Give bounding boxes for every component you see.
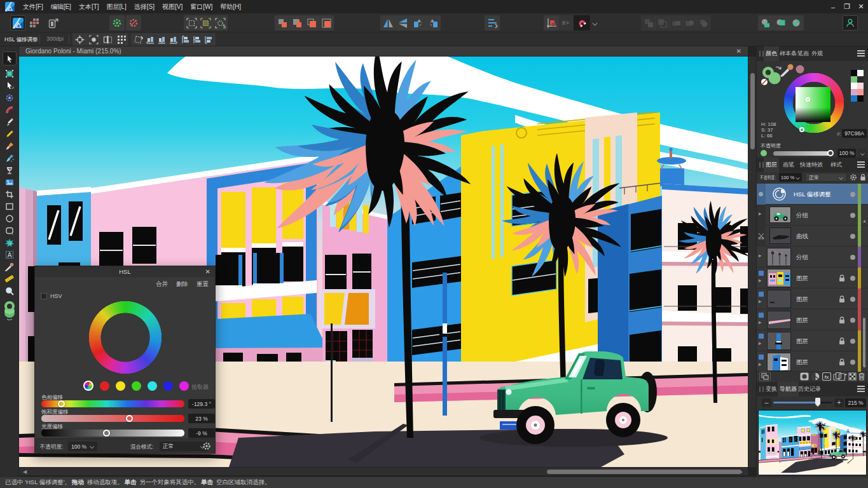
layer-thumbnail[interactable] [769, 227, 791, 244]
horizontal-scrollbar-thumb[interactable] [547, 470, 741, 474]
color-opacity-slider[interactable] [773, 151, 832, 156]
sat-shift-slider[interactable] [41, 415, 184, 422]
navigator-panel-menu-icon[interactable] [857, 386, 865, 392]
vertical-scrollbar-thumb[interactable] [750, 73, 755, 149]
artboard-tool[interactable] [3, 67, 17, 79]
ctx-align-bottom-icon[interactable] [202, 33, 216, 46]
layer-row-pole[interactable]: ▸ 图层 [757, 330, 868, 351]
flip-vertical-button[interactable] [395, 15, 410, 30]
zoom-tool[interactable] [3, 285, 17, 297]
toggle-rotation-button[interactable] [126, 15, 141, 30]
rotate-cw-button[interactable] [425, 15, 441, 30]
hsl-merge-button[interactable]: 合并 [156, 280, 168, 288]
sl-marker[interactable] [806, 97, 810, 102]
layer-row-dark[interactable]: ▸ 图层 [757, 288, 868, 309]
layer-visible-dot[interactable] [850, 276, 855, 281]
hsl-dot-blue[interactable] [163, 381, 173, 391]
document-titlebar[interactable]: Giordano Poloni - Miami (215.0%) ✕ [19, 46, 748, 57]
rectangle-tool[interactable] [3, 200, 17, 212]
paint-brush-tool[interactable] [3, 152, 17, 164]
window-minimize-icon[interactable]: – [826, 0, 840, 13]
hsl-color-wheel[interactable] [88, 301, 162, 374]
hsl-opacity-dropdown[interactable]: 100 % [68, 442, 97, 451]
color-opacity-value[interactable]: 100 % [837, 149, 856, 158]
layers-blend-dropdown[interactable]: 正常 [805, 173, 847, 182]
hsl-dot-red[interactable] [100, 381, 109, 391]
color-panel-menu-icon[interactable] [857, 50, 865, 57]
hsl-dot-magenta[interactable] [179, 381, 189, 391]
hex-value[interactable]: 97C98A [842, 129, 867, 138]
layer-lock-icon[interactable] [839, 316, 845, 324]
layer-visible-dot[interactable] [850, 213, 855, 218]
layer-thumbnail[interactable] [767, 248, 791, 266]
geometry-intersect-button[interactable] [789, 15, 804, 30]
tab-history[interactable]: 历史记录 [796, 382, 823, 396]
layer-thumbnail[interactable] [767, 353, 791, 371]
layer-row-sidewalk[interactable]: ▸ 图层 [757, 309, 868, 330]
color-opacity-dropdown[interactable] [858, 149, 867, 158]
menu-help[interactable]: 帮助[H] [216, 0, 245, 13]
node-tool[interactable] [3, 79, 17, 92]
fill-tool[interactable] [3, 164, 17, 176]
color-opacity-thumb[interactable] [827, 150, 834, 156]
swatch[interactable] [851, 89, 857, 95]
swatch[interactable] [851, 83, 857, 89]
fill-stroke-swatch[interactable] [3, 299, 17, 321]
sl-square[interactable] [796, 87, 830, 122]
corner-tool[interactable] [3, 104, 17, 116]
hsl-blend-dropdown[interactable]: 正常 [160, 442, 208, 451]
panel-grip[interactable] [759, 386, 764, 392]
shape-tool[interactable] [3, 236, 17, 248]
export-persona-button[interactable] [46, 15, 61, 30]
zoom-in-button[interactable]: + [834, 398, 844, 407]
expander-icon[interactable]: ▸ [759, 319, 762, 325]
geometry-subtract-button[interactable] [773, 15, 789, 30]
delete-layer-icon[interactable] [858, 372, 865, 381]
bool-intersect-button[interactable] [304, 15, 319, 30]
tab-transform[interactable]: 变换 [764, 382, 779, 396]
snap-grid-button[interactable] [184, 15, 199, 30]
snapping-dropdown[interactable] [590, 15, 599, 30]
layer-visible-dot[interactable] [850, 318, 855, 323]
ctx-transform-origin-icon[interactable] [100, 33, 114, 46]
layer-visible-dot[interactable] [850, 339, 855, 344]
layer-thumbnail[interactable] [767, 332, 791, 350]
account-button[interactable] [843, 15, 858, 30]
document-close-icon[interactable]: ✕ [736, 48, 741, 55]
tab-styles[interactable]: 样式 [829, 158, 844, 172]
vertical-scrollbar[interactable] [748, 57, 756, 467]
hsl-reset-button[interactable]: 重置 [196, 280, 209, 288]
layer-row-building[interactable]: ▸ 图层 [757, 351, 868, 372]
expander-icon[interactable]: ▸ [759, 252, 762, 259]
snap-object-button[interactable] [212, 15, 228, 30]
expander-icon[interactable]: ▸ [759, 361, 762, 367]
bool-subtract-button[interactable] [289, 15, 305, 30]
menu-view[interactable]: 视图[V] [158, 0, 186, 13]
hue-shift-thumb[interactable] [58, 400, 65, 407]
ctx-pixel-grid-icon[interactable] [114, 33, 128, 46]
bool-divide-button[interactable] [319, 15, 334, 30]
menu-window[interactable]: 窗口[W] [186, 0, 216, 13]
zoom-out-button[interactable]: – [762, 398, 771, 407]
layer-thumbnail[interactable] [767, 311, 791, 329]
place-image-tool[interactable] [3, 176, 17, 188]
tab-brushes[interactable]: 画笔 [781, 158, 796, 172]
text-tool[interactable]: A [3, 248, 17, 261]
color-wheel-marker[interactable] [799, 127, 804, 132]
tab-appearance[interactable]: 外观 [809, 46, 825, 61]
menu-layer[interactable]: 图层[L] [103, 0, 130, 13]
hsl-dot-green[interactable] [132, 381, 141, 391]
pen-tool[interactable] [3, 116, 17, 128]
layer-row-group-car[interactable]: ▸ 分组 [757, 205, 868, 226]
add-layer-icon[interactable] [839, 372, 847, 381]
hsl-dot-cyan[interactable] [148, 381, 157, 391]
layer-thumbnail[interactable] [769, 207, 791, 223]
hsl-dot-yellow[interactable] [116, 381, 125, 391]
adjustment-layer-icon[interactable] [811, 372, 820, 381]
layer-row-curve[interactable]: 曲线 [757, 226, 868, 247]
toggle-guides-button[interactable] [109, 15, 125, 30]
swatch[interactable] [851, 70, 857, 76]
layer-thumbnail[interactable] [767, 269, 791, 287]
geometry-add-button[interactable] [758, 15, 773, 30]
pencil-tool[interactable] [3, 128, 17, 140]
